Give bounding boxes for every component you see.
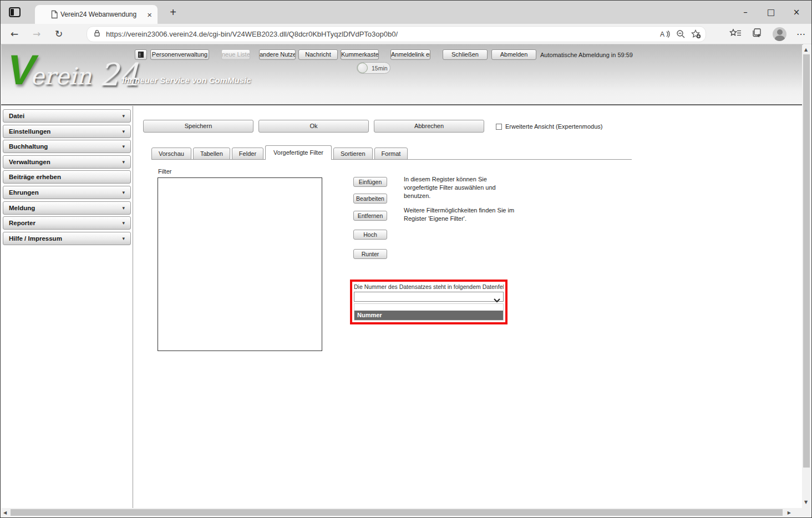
logo-script: erein <box>31 65 92 88</box>
chevron-down-icon: ▾ <box>122 159 125 165</box>
neue-liste-button: neue Liste <box>221 49 250 60</box>
add-favorite-icon[interactable] <box>691 29 701 39</box>
back-icon[interactable]: ← <box>6 28 23 39</box>
url-text: https://verein23006.verein24.de/cgi-bin/… <box>106 30 654 38</box>
datafield-panel: Die Nummer des Datensatzes steht in folg… <box>350 280 507 324</box>
expert-mode-checkbox[interactable] <box>496 124 502 130</box>
sidebar-item-datei[interactable]: Datei▾ <box>3 109 131 123</box>
anmeldelink-button[interactable]: Anmeldelink erst <box>390 49 430 60</box>
scroll-down-icon[interactable]: ▼ <box>804 500 808 505</box>
ok-button[interactable]: Ok <box>258 120 369 133</box>
tab-vorgefertigte-filter[interactable]: Vorgefertigte Filter <box>265 145 332 160</box>
sidebar-item-label: Ehrungen <box>9 189 39 196</box>
panel-icon <box>138 51 144 58</box>
sidebar-item-label: Reporter <box>9 220 35 226</box>
close-button[interactable]: × <box>784 1 809 24</box>
toggle-label: 15min <box>372 65 388 72</box>
option-empty[interactable] <box>354 304 503 311</box>
collections-icon[interactable] <box>752 28 763 40</box>
datafield-select[interactable] <box>354 292 504 302</box>
sidebar-item-label: Einstellungen <box>9 128 50 135</box>
sidebar-item-verwaltungen[interactable]: Verwaltungen▾ <box>3 155 131 169</box>
tab-sortieren[interactable]: Sortieren <box>333 148 373 160</box>
toggle-knob[interactable] <box>357 63 368 73</box>
schliessen-button[interactable]: Schließen <box>443 49 488 60</box>
help-text-1: In diesem Register können Sie vorgeferti… <box>404 175 517 200</box>
sidebar-divider <box>133 106 133 510</box>
sidebar-item-label: Buchhaltung <box>9 143 48 150</box>
filter-label: Filter <box>158 168 171 175</box>
auto-logout-text: Automatische Abmeldung in 59:59 <box>540 52 633 58</box>
datafield-label: Die Nummer des Datensatzes steht in folg… <box>354 283 504 290</box>
chevron-down-icon: ▾ <box>122 236 125 241</box>
abbrechen-button[interactable]: Abbrechen <box>374 120 484 133</box>
zoom-out-icon[interactable] <box>676 29 686 39</box>
reload-icon[interactable]: ↻ <box>50 28 67 39</box>
andere-nutzer-button[interactable]: andere Nutzer <box>259 49 296 60</box>
scrollbar-corner <box>802 508 811 517</box>
filter-listbox[interactable] <box>158 177 322 351</box>
settings-more-icon[interactable]: ⋯ <box>796 29 806 39</box>
einfuegen-button[interactable]: Einfügen <box>353 177 387 187</box>
sidebar-item-hilfe-impressum[interactable]: Hilfe / Impressum▾ <box>3 232 131 245</box>
tab-tabellen[interactable]: Tabellen <box>193 148 230 160</box>
browser-tab[interactable]: Verein24 Webanwendung × <box>35 5 158 24</box>
tab-close-icon[interactable]: × <box>147 11 152 19</box>
vertical-scrollbar[interactable]: ▲ ▼ <box>802 45 811 509</box>
menu-toggle-button[interactable] <box>135 49 147 60</box>
horizontal-scrollbar[interactable]: ◀ ▶ <box>1 508 803 517</box>
svg-text:A: A <box>660 31 664 38</box>
minimize-button[interactable]: – <box>733 1 758 24</box>
option-nummer[interactable]: Nummer <box>354 311 503 320</box>
tab-format[interactable]: Format <box>374 148 408 160</box>
datafield-option-list: Nummer <box>354 303 504 321</box>
forward-icon: → <box>28 28 45 39</box>
browser-tab-strip: Verein24 Webanwendung × + – □ × <box>1 1 811 24</box>
tab-vorschau[interactable]: Vorschau <box>151 148 191 160</box>
sidebar-item-label: Meldung <box>9 205 35 211</box>
abmelden-button[interactable]: Abmelden <box>491 49 536 60</box>
personenverwaltung-button[interactable]: Personenverwaltung <box>150 49 209 60</box>
tab-felder[interactable]: Felder <box>232 148 263 160</box>
kummerkasten-button[interactable]: Kummerkasten <box>341 49 379 60</box>
browser-window: Verein24 Webanwendung × + – □ × ← → ↻ ht… <box>0 0 812 518</box>
register-tabs: Vorschau Tabellen Felder Vorgefertigte F… <box>151 145 408 160</box>
profile-avatar[interactable] <box>773 27 786 41</box>
runter-button[interactable]: Runter <box>353 249 387 259</box>
tab-actions-menu-icon[interactable] <box>9 7 21 17</box>
sidebar-menu: Datei▾ Einstellungen▾ Buchhaltung▾ Verwa… <box>3 109 131 245</box>
sidebar-item-beitraege-erheben[interactable]: Beiträge erheben <box>3 170 131 184</box>
page-favicon-icon <box>50 10 58 21</box>
chevron-down-icon: ▾ <box>122 205 125 211</box>
sidebar-item-buchhaltung[interactable]: Buchhaltung▾ <box>3 140 131 153</box>
scroll-right-icon[interactable]: ▶ <box>788 510 791 515</box>
read-aloud-icon[interactable]: A <box>660 30 671 38</box>
entfernen-button[interactable]: Entfernen <box>353 211 387 221</box>
chevron-down-icon <box>494 295 500 305</box>
bearbeiten-button[interactable]: Bearbeiten <box>353 194 387 204</box>
hoch-button[interactable]: Hoch <box>353 230 387 240</box>
session-time-toggle[interactable]: 15min <box>357 62 390 74</box>
maximize-button[interactable]: □ <box>758 1 784 24</box>
scroll-up-icon[interactable]: ▲ <box>804 47 808 52</box>
sidebar-item-ehrungen[interactable]: Ehrungen▾ <box>3 186 131 199</box>
speichern-button[interactable]: Speichern <box>143 120 253 133</box>
favorites-bar-icon[interactable] <box>729 28 742 40</box>
lock-icon <box>93 29 101 40</box>
chevron-down-icon: ▾ <box>122 190 125 195</box>
tagline: Ihr neuer Service von ComMusic <box>122 75 251 85</box>
horizontal-scrollbar-thumb[interactable] <box>11 509 783 516</box>
new-tab-button[interactable]: + <box>165 5 181 21</box>
chevron-down-icon: ▾ <box>122 220 125 226</box>
url-bar[interactable]: https://verein23006.verein24.de/cgi-bin/… <box>87 26 706 42</box>
vertical-scrollbar-thumb[interactable] <box>803 54 810 468</box>
help-text-2: Weitere Filtermöglichkeiten finden Sie i… <box>404 206 517 223</box>
scroll-left-icon[interactable]: ◀ <box>3 510 7 515</box>
nachricht-button[interactable]: Nachricht <box>298 49 338 60</box>
sidebar-item-meldung[interactable]: Meldung▾ <box>3 201 131 215</box>
verein24-logo: Verein24 <box>8 48 139 88</box>
sidebar-item-einstellungen[interactable]: Einstellungen▾ <box>3 125 131 138</box>
sidebar-item-reporter[interactable]: Reporter▾ <box>3 216 131 230</box>
sidebar-item-label: Verwaltungen <box>9 159 50 165</box>
header-separator <box>1 104 803 105</box>
